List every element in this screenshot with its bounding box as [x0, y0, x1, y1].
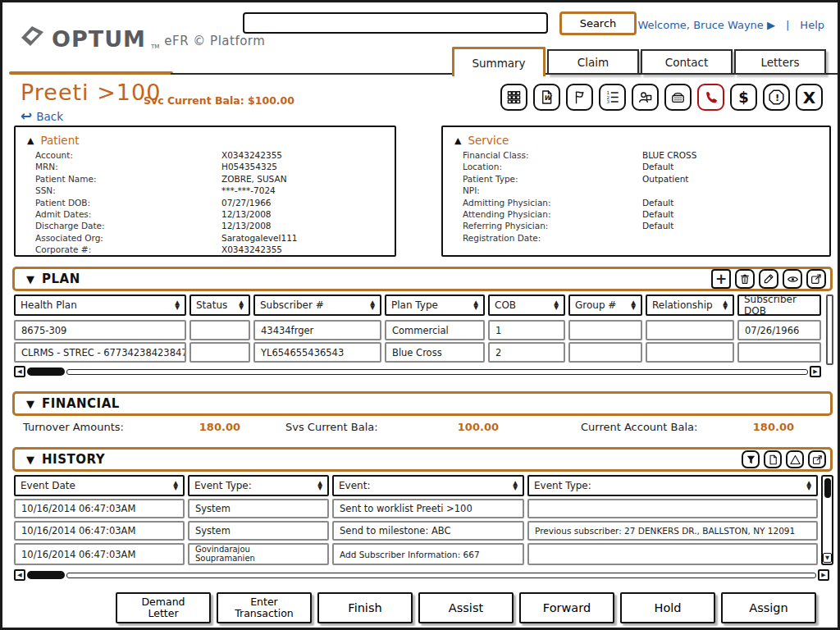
warning-icon[interactable] [786, 450, 804, 468]
tab-claim[interactable]: Claim [547, 49, 639, 75]
cell-cob: 1 [488, 320, 565, 340]
numbered-list-icon[interactable]: 1 2 3 [599, 84, 626, 111]
help-link[interactable]: Help [800, 19, 824, 31]
cell-event: Send to milestone: ABC [332, 521, 524, 541]
sort-icon[interactable]: ▲▼ [550, 300, 559, 311]
cell-event-type: System [188, 521, 329, 541]
scroll-right-icon[interactable]: ▶ [818, 569, 829, 581]
cell-subscriber-dob: 07/26/1966 [737, 320, 821, 340]
scroll-right-icon[interactable]: ▶ [810, 366, 821, 377]
forward-button[interactable]: Forward [519, 592, 614, 623]
export-icon[interactable] [806, 269, 826, 289]
sort-icon[interactable]: ▲▼ [803, 481, 811, 491]
back-link[interactable]: ↩ Back [21, 109, 63, 123]
sort-icon[interactable]: ▲▼ [367, 300, 375, 311]
cell-plan-type: Blue Cross [385, 342, 485, 363]
alert-icon[interactable]: ! [763, 84, 790, 111]
word-document-icon[interactable]: W [533, 84, 560, 111]
cell-plan-type: Commercial [385, 320, 485, 340]
history-col-event-type[interactable]: Event Type:▲▼ [188, 475, 329, 496]
plan-toolbar: + [711, 269, 826, 289]
sort-icon[interactable]: ▲▼ [470, 300, 478, 311]
filter-icon[interactable] [742, 450, 760, 468]
welcome-user-menu[interactable]: Welcome, Bruce Wayne ▶ [637, 19, 775, 31]
sort-icon[interactable]: ▲▼ [170, 481, 178, 491]
scrollbar-track[interactable] [66, 573, 816, 578]
history-col-event-date[interactable]: Event Date▲▼ [14, 475, 185, 496]
scroll-down-icon[interactable]: ▼ [823, 553, 832, 563]
cell-subscriber-dob [737, 342, 821, 363]
plan-col-plan-type[interactable]: Plan Type▲▼ [385, 294, 485, 316]
scrollbar-thumb[interactable] [824, 478, 831, 498]
assign-button[interactable]: Assign [721, 592, 816, 623]
document-icon[interactable] [764, 450, 782, 468]
field-label: Corporate #: [35, 244, 91, 254]
scrollbar-track[interactable] [66, 369, 808, 375]
edit-icon[interactable] [759, 269, 778, 289]
tab-contact[interactable]: Contact [641, 49, 733, 75]
fax-icon[interactable] [664, 84, 692, 111]
sort-icon[interactable]: ▲▼ [719, 300, 728, 311]
enter-transaction-button[interactable]: Enter Transaction [217, 592, 312, 623]
search-button[interactable]: Search [559, 11, 637, 35]
sort-icon[interactable]: ▲▼ [509, 481, 518, 491]
sort-icon[interactable]: ▲▼ [235, 300, 244, 311]
tab-summary[interactable]: Summary [452, 47, 546, 76]
phone-icon[interactable] [697, 84, 724, 111]
view-icon[interactable] [783, 269, 802, 289]
plan-col-cob[interactable]: COB▲▼ [488, 294, 565, 316]
hold-button[interactable]: Hold [620, 592, 715, 623]
plan-table-row[interactable]: CLRMS - STREC - 677342384238472 YL654655… [14, 342, 821, 363]
sort-icon[interactable]: ▲▼ [628, 300, 636, 311]
financial-collapse-toggle[interactable]: ▼ FINANCIAL [26, 396, 120, 411]
history-table-row[interactable]: 10/16/2014 06:47:03AM Govindarajou Soupr… [14, 543, 818, 565]
plan-collapse-toggle[interactable]: ▼ PLAN [26, 272, 80, 286]
history-col-event-type-2[interactable]: Event Type:▲▼ [527, 475, 818, 496]
assist-button[interactable]: Assist [418, 592, 514, 623]
finish-button[interactable]: Finish [317, 592, 413, 623]
plan-col-health-plan[interactable]: Health Plan▲▼ [14, 294, 186, 316]
financial-label: Svs Current Bala: [285, 421, 378, 433]
field-label: Location: [463, 162, 502, 171]
plan-col-group[interactable]: Group #▲▼ [568, 294, 642, 316]
tab-letters[interactable]: Letters [734, 49, 826, 75]
cell-status [189, 320, 250, 340]
search-input[interactable] [243, 12, 548, 34]
financial-value: 180.00 [191, 421, 240, 433]
scrollbar-thumb[interactable] [27, 368, 65, 376]
history-collapse-toggle[interactable]: ▼ HISTORY [26, 452, 105, 467]
scroll-left-icon[interactable]: ◀ [14, 569, 25, 581]
cell-relationship [646, 342, 734, 363]
contact-card-icon[interactable] [632, 84, 659, 111]
plan-col-relationship[interactable]: Relationship▲▼ [646, 294, 734, 316]
plan-col-status[interactable]: Status▲▼ [189, 294, 250, 316]
action-icon-toolbar: W 1 2 3 [500, 84, 823, 111]
export-icon[interactable] [808, 450, 826, 468]
plan-section-header: ▼ PLAN + [12, 267, 833, 291]
cell-subscriber: 43434frger [253, 320, 381, 340]
dollar-icon[interactable]: $ [730, 84, 757, 111]
field-value: 12/13/2008 [221, 221, 272, 231]
field-value: 07/27/1966 [221, 198, 272, 208]
flag-icon[interactable] [566, 84, 593, 111]
sort-icon[interactable]: ▲▼ [171, 300, 180, 311]
plan-table-row[interactable]: 8675-309 43434frger Commercial 1 07/26/1… [14, 320, 821, 340]
scrollbar-thumb[interactable] [27, 571, 65, 579]
close-icon[interactable]: X [796, 84, 823, 111]
add-icon[interactable]: + [711, 269, 731, 289]
delete-icon[interactable] [735, 269, 755, 289]
service-collapse-toggle[interactable]: ▲ Service [443, 127, 829, 150]
demand-letter-button[interactable]: Demand Letter [116, 592, 211, 623]
history-table-row[interactable]: 10/16/2014 06:47:03AM System Send to mil… [14, 521, 818, 541]
page-title: Preeti >100 [21, 80, 161, 105]
plan-vertical-scrollbar[interactable] [826, 294, 833, 365]
financial-value: 180.00 [745, 421, 794, 433]
scroll-left-icon[interactable]: ◀ [14, 366, 25, 377]
keypad-icon[interactable] [500, 84, 527, 111]
history-table-row[interactable]: 10/16/2014 06:47:03AM System Sent to wor… [14, 499, 818, 518]
plan-col-subscriber[interactable]: Subscriber #▲▼ [253, 294, 381, 316]
history-col-event[interactable]: Event:▲▼ [332, 475, 524, 496]
plan-col-subscriber-dob[interactable]: Subscriber DOB [737, 294, 821, 316]
sort-icon[interactable]: ▲▼ [314, 481, 322, 491]
patient-collapse-toggle[interactable]: ▲ Patient [16, 127, 395, 150]
